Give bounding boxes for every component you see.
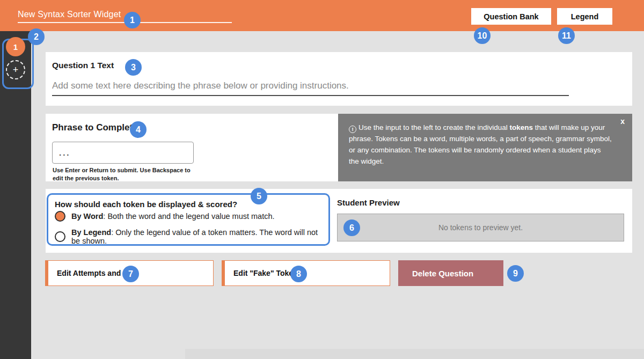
scoring-preview-panel: How should each token be displayed & sco… — [46, 189, 632, 253]
tokens-info-text: !Use the input to the left to create the… — [349, 122, 613, 167]
radio-option-by-word[interactable]: By Word: Both the word and the legend va… — [55, 211, 275, 222]
info-circle-icon: ! — [349, 126, 356, 133]
radio-selected-icon[interactable] — [55, 211, 65, 222]
close-icon[interactable]: x — [620, 117, 625, 126]
callout-badge-10: 10 — [474, 27, 491, 44]
radio-by-legend-label: By Legend: Only the legend value of a to… — [71, 228, 328, 245]
callout-badge-11: 11 — [558, 27, 575, 44]
callout-badge-9: 9 — [507, 265, 524, 282]
footer-strip — [185, 349, 644, 359]
student-preview-heading: Student Preview — [337, 198, 400, 207]
tokens-info-box: !Use the input to the left to create the… — [338, 114, 632, 181]
phrase-helper-text: Use Enter or Return to submit. Use Backs… — [53, 166, 201, 182]
preview-empty-text: No tokens to preview yet. — [438, 223, 523, 232]
info-text-part1: Use the input to the left to create the … — [358, 123, 509, 131]
callout-badge-3: 3 — [125, 59, 142, 76]
token-scoring-box: How should each token be displayed & sco… — [47, 193, 330, 246]
question-sidebar — [0, 31, 31, 359]
radio-option-by-legend[interactable]: By Legend: Only the legend value of a to… — [55, 228, 328, 245]
question-text-input[interactable] — [52, 77, 569, 96]
question-text-heading: Question 1 Text — [52, 61, 114, 70]
widget-title[interactable]: New Syntax Sorter Widget — [18, 10, 121, 19]
by-word-description: : Both the word and the legend value mus… — [103, 212, 274, 221]
callout-badge-4: 4 — [130, 121, 147, 138]
callout-badge-2: 2 — [28, 28, 45, 45]
legend-button[interactable]: Legend — [557, 8, 612, 25]
scoring-heading: How should each token be displayed & sco… — [55, 200, 237, 209]
by-legend-label: By Legend — [71, 228, 111, 237]
delete-question-button[interactable]: Delete Question — [398, 260, 503, 286]
callout-badge-8: 8 — [290, 266, 307, 282]
phrase-token-input[interactable] — [52, 142, 194, 164]
callout-badge-5: 5 — [251, 188, 267, 204]
callout-badge-1: 1 — [124, 12, 141, 28]
student-preview-box: No tokens to preview yet. — [337, 214, 624, 241]
callout-badge-7: 7 — [122, 266, 139, 282]
info-text-bold: tokens — [509, 123, 533, 131]
header-bar: New Syntax Sorter Widget Question Bank L… — [0, 0, 644, 31]
callout-badge-6: 6 — [343, 219, 360, 236]
question-bank-button[interactable]: Question Bank — [471, 8, 551, 25]
sidebar-question-1-tab[interactable]: 1 — [6, 37, 25, 56]
phrase-heading: Phrase to Complete — [52, 122, 138, 133]
radio-by-word-label: By Word: Both the word and the legend va… — [71, 212, 275, 221]
by-word-label: By Word — [71, 212, 103, 221]
radio-unselected-icon[interactable] — [55, 231, 65, 242]
add-question-button[interactable]: + — [6, 60, 25, 79]
